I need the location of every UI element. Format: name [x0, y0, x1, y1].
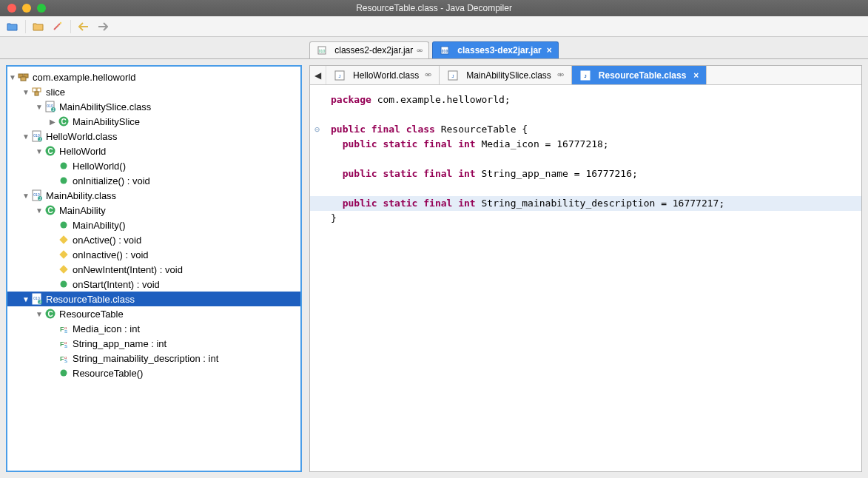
nav-forward-button[interactable]: [95, 19, 111, 34]
wand-icon: [52, 21, 64, 32]
tree-item[interactable]: FoSMedia_icon : int: [7, 321, 300, 336]
jar-tab[interactable]: 010 classes3-dex2jar.jar ×: [432, 41, 558, 58]
tree-item[interactable]: onInactive() : void: [7, 247, 300, 262]
svg-text:J: J: [339, 74, 341, 78]
arrow-right-icon: [98, 22, 108, 31]
cls-icon: 010J: [31, 130, 43, 142]
tree-item[interactable]: FoSString_app_name : int: [7, 336, 300, 351]
tree-twisty-icon[interactable]: ▼: [21, 132, 31, 141]
tree-item-label: String_mainability_description : int: [73, 353, 218, 364]
class-file-icon: J: [334, 70, 346, 81]
tree-item-label: onNewIntent(Intent) : void: [73, 264, 183, 275]
tree-item[interactable]: HelloWorld(): [7, 158, 300, 173]
tree-item[interactable]: ▼CResourceTable: [7, 306, 300, 321]
tree-item[interactable]: ▼010JMainAbility.class: [7, 188, 300, 203]
svg-text:010: 010: [319, 49, 326, 53]
tree-item[interactable]: onStart(Intent) : void: [7, 277, 300, 292]
tree-twisty-icon[interactable]: ▶: [47, 118, 58, 126]
tree-item-label: MainAbilitySlice: [73, 116, 140, 127]
svg-text:S: S: [64, 359, 67, 363]
c-icon: C: [44, 145, 56, 157]
nav-back-button[interactable]: [75, 19, 92, 34]
editor-tab[interactable]: J MainAbilitySlice.class ⚮: [440, 66, 572, 84]
tab-pin-icon: ⚮: [417, 47, 423, 55]
tree-item-label: onInitialize() : void: [73, 175, 150, 186]
tree-item[interactable]: MainAbility(): [7, 218, 300, 232]
source-editor[interactable]: package com.example.helloworld; ⊖ public…: [310, 85, 861, 471]
tree-item[interactable]: ▼CHelloWorld: [7, 144, 300, 158]
close-tab-icon[interactable]: ×: [693, 70, 699, 81]
svg-text:S: S: [64, 344, 67, 349]
tree-item[interactable]: ▶CMainAbilitySlice: [7, 114, 300, 129]
svg-rect-10: [37, 88, 41, 92]
c-icon: C: [58, 115, 70, 127]
svg-text:S: S: [64, 329, 67, 334]
jar-tab[interactable]: 010 classes2-dex2jar.jar ⚮: [309, 41, 429, 58]
m-icon: [58, 160, 70, 172]
tree-twisty-icon[interactable]: ▼: [34, 206, 44, 215]
editor-tab[interactable]: J ResourceTable.class ×: [572, 66, 707, 84]
jar-tab-label: classes2-dex2jar.jar: [334, 45, 413, 55]
keyword: public static final int: [343, 138, 476, 149]
class-file-icon: J: [579, 70, 591, 81]
close-tab-icon[interactable]: ×: [547, 45, 552, 55]
tree-item[interactable]: ▼010JMainAbilitySlice.class: [7, 99, 300, 114]
pkg2-icon: [31, 86, 43, 98]
tree-item-label: slice: [46, 87, 65, 98]
tree-item-label: com.example.helloworld: [33, 72, 135, 83]
svg-point-36: [61, 281, 67, 288]
tree-twisty-icon[interactable]: ▼: [34, 147, 44, 155]
svg-text:C: C: [47, 310, 53, 318]
window-titlebar: ResourceTable.class - Java Decompiler: [0, 0, 868, 16]
search-button[interactable]: [50, 19, 66, 34]
arrow-left-icon: [78, 22, 89, 31]
tree-item[interactable]: ▼com.example.helloworld: [7, 70, 300, 84]
f-icon: FoS: [58, 323, 70, 334]
workspace: ▼com.example.helloworld▼slice▼010JMainAb…: [0, 59, 868, 478]
tree-twisty-icon[interactable]: ▼: [21, 295, 31, 303]
field-decl: Media_icon = 16777218;: [482, 138, 609, 149]
close-brace: }: [331, 211, 855, 226]
tree-item[interactable]: onNewIntent(Intent) : void: [7, 262, 300, 277]
keyword: public static final int: [343, 168, 476, 179]
svg-rect-9: [33, 88, 36, 92]
tree-item-label: HelloWorld.class: [46, 131, 118, 142]
tree-twisty-icon[interactable]: ▼: [34, 103, 44, 111]
tree-twisty-icon[interactable]: ▼: [7, 73, 18, 81]
folder-icon: [33, 21, 44, 32]
package-icon: [18, 71, 30, 83]
tree-item[interactable]: ▼slice: [7, 84, 300, 99]
editor-tab-label: MainAbilitySlice.class: [466, 70, 551, 81]
editor-tab[interactable]: J HelloWorld.class ⚮: [326, 66, 440, 84]
tree-item[interactable]: FoSString_mainability_description : int: [7, 351, 300, 366]
tree-item[interactable]: ▼CMainAbility: [7, 203, 300, 218]
om-icon: [58, 263, 70, 275]
tree-item[interactable]: ▼010JResourceTable.class: [7, 292, 300, 306]
jar-icon: 010: [439, 44, 451, 56]
tree-twisty-icon[interactable]: ▼: [21, 88, 31, 96]
folder-open-icon: [7, 21, 18, 32]
tree-twisty-icon[interactable]: ▼: [21, 192, 31, 200]
cls-icon: 010J: [44, 101, 56, 112]
package-explorer[interactable]: ▼com.example.helloworld▼slice▼010JMainAb…: [6, 65, 302, 472]
fold-toggle-icon[interactable]: ⊖: [314, 122, 320, 137]
toolbar: [0, 16, 868, 37]
svg-point-1: [58, 25, 59, 27]
svg-text:C: C: [61, 118, 66, 126]
class-file-icon: J: [447, 70, 459, 81]
jar-tab-bar: 010 classes2-dex2jar.jar ⚮ 010 classes3-…: [0, 37, 868, 59]
editor-tab-label: HelloWorld.class: [353, 70, 419, 81]
svg-text:J: J: [452, 74, 454, 78]
tree-item-label: onStart(Intent) : void: [73, 279, 160, 290]
tree-twisty-icon[interactable]: ▼: [34, 310, 44, 318]
open-type-button[interactable]: [30, 19, 47, 34]
tree-item[interactable]: onActive() : void: [7, 232, 300, 247]
tree-item[interactable]: onInitialize() : void: [7, 173, 300, 188]
tree-item[interactable]: ▼010JHelloWorld.class: [7, 129, 300, 144]
tree-item[interactable]: ResourceTable(): [7, 366, 300, 380]
f-icon: FoS: [58, 337, 70, 349]
editor-nav-back-button[interactable]: ◀: [310, 66, 326, 84]
field-decl: String_app_name = 16777216;: [482, 168, 638, 179]
open-file-button[interactable]: [4, 19, 21, 34]
svg-text:J: J: [584, 74, 586, 78]
